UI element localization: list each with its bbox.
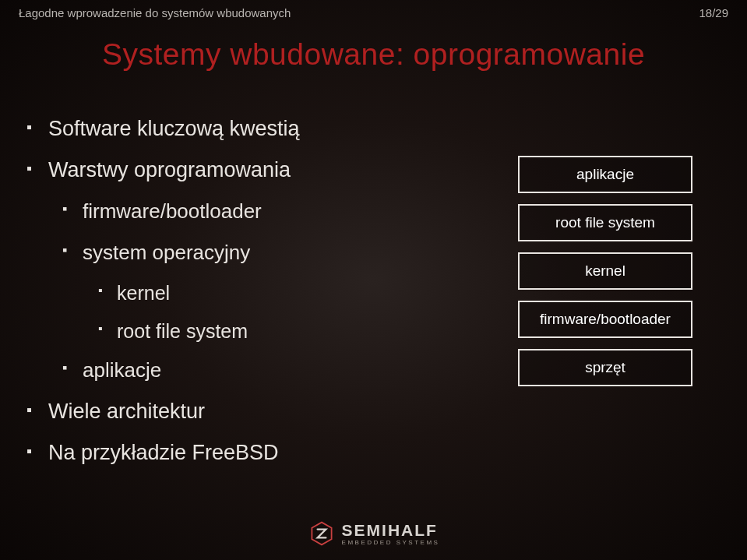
brand-name: SEMIHALF — [342, 522, 440, 538]
semihalf-icon — [308, 519, 336, 548]
bullet-level1: Wiele architektur — [26, 400, 463, 424]
stack-layer-rootfs: root file system — [518, 204, 692, 241]
stack-layer-sprzet: sprzęt — [518, 349, 692, 386]
bullet-level1: Software kluczową kwestią — [26, 117, 463, 141]
brand-logo: SEMIHALF EMBEDDED SYSTEMS — [308, 519, 440, 548]
slide-title: Systemy wbudowane: oprogramowanie — [0, 37, 747, 72]
stack-layer-kernel: kernel — [518, 252, 692, 290]
bullet-content: Software kluczową kwestią Warstwy oprogr… — [26, 117, 463, 482]
footer: SEMIHALF EMBEDDED SYSTEMS — [0, 519, 747, 548]
bullet-level3: root file system — [98, 320, 463, 343]
bullet-level2: firmware/bootloader — [62, 199, 463, 224]
bullet-level2: system operacyjny — [62, 241, 463, 265]
presentation-title: Łagodne wprowadzenie do systemów wbudowa… — [19, 6, 291, 19]
stack-layer-aplikacje: aplikacje — [518, 156, 692, 193]
bullet-level1: Warstwy oprogramowania — [26, 158, 463, 182]
brand-tagline: EMBEDDED SYSTEMS — [342, 540, 440, 546]
brand-text: SEMIHALF EMBEDDED SYSTEMS — [342, 522, 440, 546]
bullet-level2: aplikacje — [62, 358, 463, 382]
header-bar: Łagodne wprowadzenie do systemów wbudowa… — [0, 0, 747, 25]
bullet-level1: Na przykładzie FreeBSD — [26, 441, 463, 465]
bullet-level3: kernel — [98, 282, 463, 305]
software-stack-diagram: aplikacje root file system kernel firmwa… — [518, 156, 692, 386]
page-counter: 18/29 — [699, 6, 728, 19]
stack-layer-firmware: firmware/bootloader — [518, 301, 692, 338]
